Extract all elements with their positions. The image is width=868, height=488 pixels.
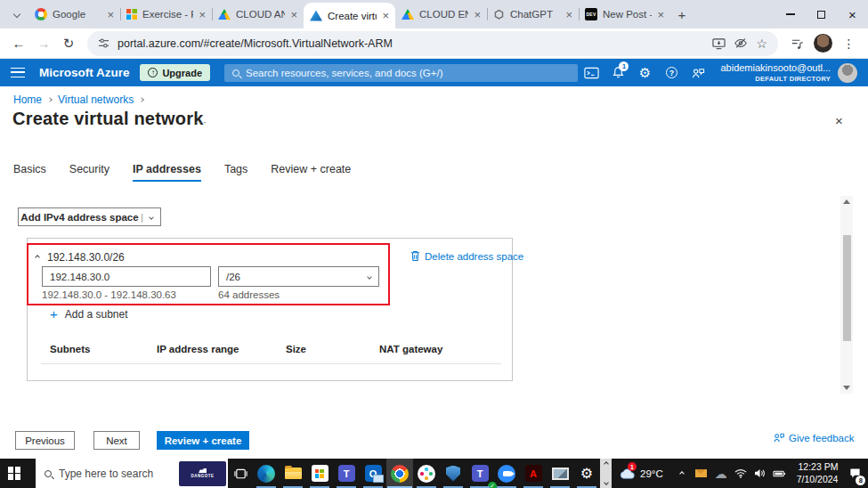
browser-tab-new-post[interactable]: DEV New Post - DE ×	[579, 0, 670, 28]
address-bar[interactable]: portal.azure.com/#create/Microsoft.Virtu…	[87, 31, 778, 56]
azure-brand[interactable]: Microsoft Azure	[39, 66, 130, 79]
browser-tab-cloud-and[interactable]: CLOUD AND E ×	[212, 0, 304, 28]
tab-close-icon[interactable]: ×	[107, 9, 114, 20]
browser-tab-exercise[interactable]: Exercise - Prov ×	[120, 0, 212, 28]
taskbar-settings-icon[interactable]: ⚙	[573, 459, 600, 488]
taskbar-file-explorer-icon[interactable]	[280, 459, 306, 488]
add-subnet-link[interactable]: + Add a subnet	[50, 307, 128, 321]
taskbar-chrome-icon-active[interactable]	[386, 459, 413, 488]
volume-icon[interactable]	[752, 468, 768, 478]
site-settings-icon[interactable]	[98, 37, 110, 49]
account-avatar[interactable]	[838, 63, 857, 83]
delete-address-space-link[interactable]: Delete address space	[410, 250, 523, 262]
install-app-icon[interactable]	[712, 37, 726, 50]
vertical-scrollbar[interactable]	[840, 196, 853, 394]
notifications-bell-icon[interactable]: 1	[604, 66, 631, 79]
minimize-button[interactable]	[775, 0, 806, 28]
dangote-logo-icon	[199, 468, 207, 473]
cloud-shell-icon[interactable]	[578, 66, 604, 79]
taskbar-acrobat-icon[interactable]: A	[520, 459, 547, 488]
date-label: 7/10/2024	[797, 474, 839, 485]
forward-button[interactable]: →	[32, 31, 55, 56]
tab-search-button[interactable]	[5, 3, 28, 26]
tab-close-icon[interactable]: ×	[290, 9, 297, 20]
close-blade-icon[interactable]: ×	[835, 113, 843, 128]
dev-favicon: DEV	[585, 8, 597, 20]
taskbar-search-input[interactable]: Type here to search DANGOTE	[36, 459, 228, 488]
new-tab-button[interactable]: +	[670, 3, 694, 26]
tab-security[interactable]: Security	[69, 163, 110, 182]
battery-icon[interactable]	[772, 469, 788, 478]
tab-close-icon[interactable]: ×	[474, 9, 481, 20]
task-view-icon[interactable]	[228, 459, 253, 488]
weather-widget[interactable]: 1 29°C	[612, 459, 670, 488]
address-space-panel: 192.148.30.0/26 /26 192.148.30.0 - 192.1…	[27, 238, 513, 381]
feedback-icon[interactable]	[685, 66, 711, 79]
bookmark-star-icon[interactable]: ☆	[756, 37, 767, 51]
taskbar-store-icon[interactable]	[306, 459, 333, 488]
browser-tab-chatgpt[interactable]: ChatGPT ×	[487, 0, 579, 28]
tab-close-icon[interactable]: ×	[657, 9, 664, 20]
taskbar-teams-icon[interactable]: T	[333, 459, 360, 488]
action-center-icon[interactable]: 8	[843, 459, 866, 488]
reload-button[interactable]: ↻	[57, 31, 80, 56]
help-icon[interactable]: ?	[658, 66, 685, 79]
browser-tab-google[interactable]: Google ×	[28, 0, 120, 28]
browser-tab-create-virtual-active[interactable]: Create virtual ×	[304, 3, 395, 28]
file-explorer-icon	[285, 468, 302, 479]
collapse-caret-icon[interactable]	[35, 255, 40, 260]
give-feedback-label: Give feedback	[789, 433, 855, 443]
browser-tab-cloud-engin[interactable]: CLOUD ENGIN ×	[395, 0, 487, 28]
address-input[interactable]	[42, 266, 211, 287]
taskbar-photos-icon[interactable]	[547, 459, 573, 488]
title-more-ellipsis[interactable]: ···	[194, 116, 207, 128]
settings-gear-icon[interactable]: ⚙	[631, 66, 658, 79]
start-button[interactable]	[0, 459, 36, 488]
tab-close-icon[interactable]: ×	[382, 10, 389, 21]
chevron-down-icon[interactable]	[149, 215, 154, 220]
taskbar-slack-icon[interactable]	[413, 459, 440, 488]
previous-button[interactable]: Previous	[15, 431, 75, 450]
breadcrumb-virtual-networks[interactable]: Virtual networks	[58, 94, 134, 106]
browser-profile-avatar[interactable]	[811, 31, 835, 56]
close-window-button[interactable]: ×	[837, 0, 868, 28]
tab-close-icon[interactable]: ×	[199, 9, 206, 20]
dangote-badge[interactable]: DANGOTE	[179, 461, 226, 486]
url-text[interactable]: portal.azure.com/#create/Microsoft.Virtu…	[118, 37, 704, 50]
onedrive-cloud-icon[interactable]: ☁	[713, 468, 729, 480]
taskbar-outlook-icon[interactable]: O	[360, 459, 386, 488]
cidr-mask-dropdown[interactable]: /26	[218, 266, 379, 287]
review-create-button[interactable]: Review + create	[157, 431, 249, 450]
trash-icon	[410, 250, 420, 262]
browser-menu-icon[interactable]: ⋮	[837, 31, 861, 56]
tab-close-icon[interactable]: ×	[565, 9, 572, 20]
tray-expand-icon[interactable]	[674, 472, 690, 476]
give-feedback-link[interactable]: Give feedback	[773, 433, 855, 443]
restore-button[interactable]	[806, 0, 837, 28]
hamburger-menu-icon[interactable]	[11, 68, 25, 77]
tab-ip-addresses[interactable]: IP addresses	[133, 163, 201, 182]
add-ipv4-address-space-button[interactable]: Add IPv4 address space |	[18, 207, 161, 226]
scroll-up-arrow[interactable]	[843, 199, 850, 204]
mail-icon[interactable]	[694, 469, 710, 477]
tab-tags[interactable]: Tags	[224, 163, 247, 182]
reading-list-icon[interactable]	[785, 31, 809, 56]
taskbar-security-icon[interactable]	[440, 459, 466, 488]
tab-review-create[interactable]: Review + create	[271, 163, 351, 182]
password-eye-icon[interactable]	[734, 37, 748, 49]
next-button[interactable]: Next	[93, 431, 140, 450]
taskbar-overflow-scroll[interactable]	[600, 459, 612, 488]
tab-basics[interactable]: Basics	[13, 163, 46, 182]
back-button[interactable]: ←	[7, 31, 30, 56]
taskbar-clock[interactable]: 12:23 PM 7/10/2024	[791, 459, 844, 488]
taskbar-zoom-icon[interactable]	[493, 459, 520, 488]
taskbar-teams-status-icon[interactable]: T ✓	[466, 459, 493, 488]
taskbar-edge-icon[interactable]	[253, 459, 280, 488]
account-info[interactable]: abidemiakinsooto@outl... DEFAULT DIRECTO…	[720, 62, 831, 82]
azure-search-input[interactable]: Search resources, services, and docs (G+…	[224, 64, 578, 82]
scrollbar-thumb[interactable]	[843, 235, 851, 341]
upgrade-button[interactable]: ↑ Upgrade	[140, 64, 210, 81]
wifi-icon[interactable]	[733, 468, 749, 478]
scroll-down-arrow[interactable]	[843, 386, 850, 390]
breadcrumb-home[interactable]: Home	[13, 94, 42, 106]
